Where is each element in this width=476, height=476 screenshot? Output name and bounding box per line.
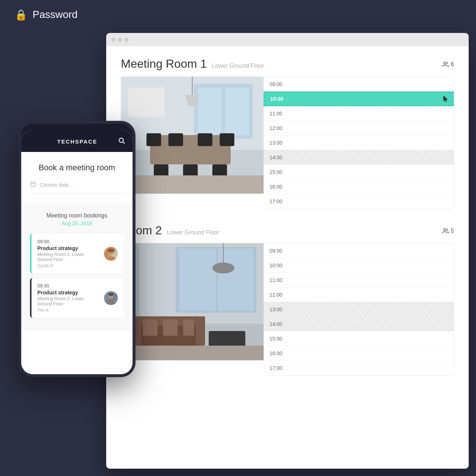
- time-slot-1300-r2[interactable]: 13:00: [264, 302, 454, 317]
- browser-bar: [106, 33, 469, 46]
- svg-rect-11: [154, 164, 168, 177]
- svg-rect-22: [179, 249, 216, 311]
- room-1-capacity: 6: [442, 61, 454, 68]
- svg-rect-8: [168, 133, 183, 146]
- svg-rect-12: [183, 164, 198, 177]
- bookings-title: Meeting room bookings: [30, 212, 124, 219]
- phone-content: Book a meeting room Choose date... Meeti…: [21, 152, 133, 377]
- booking-item-2[interactable]: 09:30 Product strategy Meeting Room 2, L…: [30, 278, 124, 318]
- svg-point-35: [212, 263, 234, 274]
- booking-1-event: Product strategy: [37, 245, 100, 251]
- room-card-1: Meeting Room 1 Lower Ground Floor 6: [121, 57, 454, 209]
- room-2-time-slots: 09:00 10:00 11:00 12:00 13:00 14:00 15:0…: [264, 243, 454, 376]
- time-slot-1100-r2[interactable]: 11:00: [264, 273, 454, 287]
- svg-rect-33: [121, 346, 264, 360]
- room-2-image: [121, 243, 264, 360]
- svg-rect-32: [183, 319, 194, 336]
- room-1-photo: [121, 77, 264, 194]
- booking-2-avatar: [104, 291, 118, 305]
- phone-screen: TECHSPACE Book a meeting room: [21, 130, 133, 377]
- svg-rect-9: [198, 133, 212, 146]
- lock-icon: 🔒: [15, 9, 27, 21]
- booking-1-info: 09:00 Product strategy Meeting Room 2, L…: [37, 239, 100, 268]
- date-input-row[interactable]: Choose date...: [30, 181, 124, 193]
- phone-page-title: Book a meeting room: [30, 163, 124, 172]
- time-slot-1000-r2[interactable]: 10:00: [264, 258, 454, 273]
- room-2-illustration: [121, 243, 264, 360]
- time-slot-0900-r2[interactable]: 09:00: [264, 243, 454, 258]
- room-2-capacity: 5: [442, 228, 454, 234]
- time-slot-1000-r1[interactable]: 10:00: [264, 92, 454, 106]
- room-2-title-group: Room 2 Lower Ground Floor: [121, 224, 219, 237]
- capacity-icon-2: [442, 228, 449, 234]
- time-slot-1100-r1[interactable]: 11:00: [264, 106, 454, 121]
- room-2-floor: Lower Ground Floor: [167, 229, 219, 236]
- time-slot-1200-r2[interactable]: 12:00: [264, 287, 454, 302]
- time-slot-1700-r1[interactable]: 17:00: [264, 194, 454, 209]
- browser-dot-3: [124, 38, 129, 42]
- room-2-capacity-number: 5: [451, 228, 454, 234]
- browser-dot-1: [111, 38, 115, 42]
- app-title: Password: [33, 9, 78, 21]
- svg-point-18: [444, 228, 446, 231]
- room-1-header: Meeting Room 1 Lower Ground Floor 6: [121, 57, 454, 71]
- browser-content: Meeting Room 1 Lower Ground Floor 6: [106, 46, 469, 469]
- time-slot-1200-r1[interactable]: 12:00: [264, 121, 454, 135]
- booking-2-info: 09:30 Product strategy Meeting Room 2, L…: [37, 283, 100, 313]
- room-1-capacity-number: 6: [451, 61, 454, 68]
- svg-rect-15: [128, 88, 165, 117]
- booking-2-time: 09:30: [37, 283, 100, 289]
- time-slot-0900-r1[interactable]: 09:00: [264, 77, 454, 92]
- booking-2-person: Tim A: [37, 308, 100, 313]
- room-1-time-slots: 09:00 10:00 11:00 12:00 13:00 14:00 15:0…: [264, 77, 454, 209]
- time-slot-1300-r1[interactable]: 13:00: [264, 135, 454, 150]
- booking-1-person: Sarah H: [37, 263, 100, 268]
- time-slot-1600-r2[interactable]: 16:00: [264, 346, 454, 361]
- svg-point-36: [119, 138, 123, 142]
- room-card-2: Room 2 Lower Ground Floor 5: [121, 224, 454, 376]
- svg-rect-4: [198, 88, 222, 135]
- phone-header: TECHSPACE: [21, 130, 133, 152]
- browser-window: Meeting Room 1 Lower Ground Floor 6: [106, 33, 469, 469]
- svg-rect-7: [146, 133, 161, 146]
- booking-1-time: 09:00: [37, 239, 100, 244]
- room-1-illustration: [121, 77, 264, 194]
- svg-point-0: [444, 62, 446, 64]
- svg-rect-30: [143, 319, 157, 336]
- svg-rect-14: [121, 175, 264, 194]
- room-1-name: Meeting Room 1: [121, 57, 207, 71]
- time-slot-1600-r1[interactable]: 16:00: [264, 179, 454, 194]
- svg-rect-6: [150, 135, 231, 164]
- room-2-photo: [121, 243, 264, 360]
- time-slot-1500-r2[interactable]: 15:00: [264, 331, 454, 346]
- room-1-title-group: Meeting Room 1 Lower Ground Floor: [121, 57, 264, 71]
- svg-point-45: [108, 293, 114, 296]
- time-slot-1700-r2[interactable]: 17:00: [264, 361, 454, 375]
- browser-dot-2: [118, 38, 122, 42]
- svg-rect-5: [225, 88, 249, 135]
- svg-rect-10: [220, 133, 234, 146]
- bookings-date: Aug 20, 2018: [30, 220, 124, 226]
- calendar-icon: [30, 181, 36, 189]
- phone-notch: [55, 124, 99, 132]
- bookings-section: Meeting room bookings Aug 20, 2018 09:00…: [21, 204, 133, 331]
- capacity-icon: [442, 61, 449, 68]
- svg-rect-31: [163, 319, 178, 336]
- svg-rect-13: [212, 164, 227, 177]
- booking-item-1[interactable]: 09:00 Product strategy Meeting Room 2, L…: [30, 234, 124, 274]
- room-2-body: 09:00 10:00 11:00 12:00 13:00 14:00 15:0…: [121, 243, 454, 376]
- app-header: 🔒 Password: [0, 0, 476, 29]
- svg-line-37: [123, 142, 125, 144]
- room-2-header: Room 2 Lower Ground Floor 5: [121, 224, 454, 237]
- phone-search-icon[interactable]: [118, 137, 125, 146]
- time-slot-1400-r1[interactable]: 14:00: [264, 150, 454, 165]
- date-placeholder: Choose date...: [40, 182, 73, 188]
- time-slot-1500-r1[interactable]: 15:00: [264, 165, 454, 179]
- svg-rect-38: [31, 182, 35, 187]
- booking-2-event: Product strategy: [37, 290, 100, 295]
- room-1-image: [121, 77, 264, 194]
- booking-1-avatar: [104, 247, 118, 261]
- booking-1-location: Meeting Room 2, Lower Ground Floor: [37, 252, 100, 262]
- time-slot-1400-r2[interactable]: 14:00: [264, 317, 454, 331]
- booking-2-location: Meeting Room 2, Lower Ground Floor: [37, 296, 100, 306]
